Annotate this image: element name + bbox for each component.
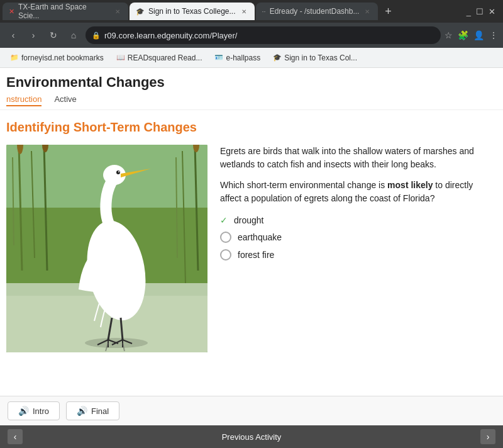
bookmark-folder-label: forneyisd.net bookmarks xyxy=(21,53,104,62)
svg-point-14 xyxy=(118,171,119,172)
main-content: Identifying Short-Term Changes xyxy=(0,110,503,352)
answer-forest-fire-label: forest fire xyxy=(238,250,274,260)
bookmarks-bar: 📁 forneyisd.net bookmarks 📖 READsquared … xyxy=(0,48,503,68)
window-minimize[interactable]: _ xyxy=(467,7,471,16)
radio-forest-fire[interactable] xyxy=(220,249,231,260)
tab-1-favicon: ✕ xyxy=(9,8,14,16)
url-actions: ☆ 🧩 👤 ⋮ xyxy=(445,30,498,40)
bookmark-texas-col-icon: 🎓 xyxy=(273,53,282,62)
window-controls: _ ☐ ✕ xyxy=(467,7,500,16)
answer-option-earthquake[interactable]: earthquake xyxy=(220,232,493,243)
question-prefix: Which short-term environmental change is xyxy=(220,180,387,190)
back-button[interactable]: ‹ xyxy=(5,27,21,43)
bookmark-texas-col-label: Sign in to Texas Col... xyxy=(284,53,357,62)
bookmark-folder-icon: 📁 xyxy=(10,53,19,62)
tab-2-label: Sign in to Texas College... xyxy=(148,7,236,16)
prev-activity-bar: ‹ Previous Activity › xyxy=(0,425,503,448)
intro-btn-label: Intro xyxy=(33,406,49,416)
svg-point-13 xyxy=(116,171,120,174)
question: Which short-term environmental change is… xyxy=(220,179,493,205)
url-text: r09.core.learn.edgenuity.com/Player/ xyxy=(104,31,237,40)
section-title: Identifying Short-Term Changes xyxy=(6,120,493,135)
svg-point-23 xyxy=(85,338,148,348)
page-content: Environmental Changes nstruction Active … xyxy=(0,68,503,352)
answer-earthquake-label: earthquake xyxy=(238,232,282,242)
bottom-nav: 🔊 Intro 🔊 Final ‹ Previous Activity › xyxy=(0,396,503,448)
bookmark-folder[interactable]: 📁 forneyisd.net bookmarks xyxy=(5,52,109,64)
extension-icon[interactable]: 🧩 xyxy=(458,30,468,40)
tab-active[interactable]: Active xyxy=(54,94,76,106)
tab-3-close[interactable]: ✕ xyxy=(363,7,372,16)
final-speaker-icon: 🔊 xyxy=(77,406,87,416)
answer-option-drought[interactable]: ✓ drought xyxy=(220,215,493,225)
reload-button[interactable]: ↻ xyxy=(45,27,62,43)
page-header: Environmental Changes nstruction Active xyxy=(0,68,503,110)
bookmark-readsquared-label: READsquared Read... xyxy=(128,53,202,62)
tab-bar: ✕ TX-Earth and Space Scie... ✕ 🎓 Sign in… xyxy=(0,0,503,23)
tab-2[interactable]: 🎓 Sign in to Texas College... ✕ xyxy=(130,3,255,20)
intro-speaker-icon: 🔊 xyxy=(18,406,29,416)
checkmark-icon: ✓ xyxy=(220,215,228,225)
tab-3-favicon: ·· xyxy=(262,8,266,15)
url-bar[interactable]: 🔒 r09.core.learn.edgenuity.com/Player/ xyxy=(86,26,441,44)
next-arrow[interactable]: › xyxy=(480,429,495,444)
window-maximize[interactable]: ☐ xyxy=(476,7,484,16)
home-button[interactable]: ⌂ xyxy=(65,27,82,43)
bookmark-readsquared[interactable]: 📖 READsquared Read... xyxy=(111,52,207,64)
question-bold: most likely xyxy=(387,180,433,190)
answer-options: ✓ drought earthquake forest fire xyxy=(220,215,493,260)
egret-image xyxy=(6,145,207,352)
browser-chrome: ✕ TX-Earth and Space Scie... ✕ 🎓 Sign in… xyxy=(0,0,503,68)
page-title: Environmental Changes xyxy=(6,74,503,91)
description: Egrets are birds that walk into the shal… xyxy=(220,145,493,171)
new-tab-button[interactable]: + xyxy=(379,3,397,20)
tab-1[interactable]: ✕ TX-Earth and Space Scie... ✕ xyxy=(3,3,128,20)
more-menu-icon[interactable]: ⋮ xyxy=(489,30,498,40)
tab-instruction[interactable]: nstruction xyxy=(6,94,41,106)
prev-activity-button[interactable]: Previous Activity xyxy=(222,432,282,442)
bookmarks-icon[interactable]: ☆ xyxy=(445,30,453,40)
prev-arrow[interactable]: ‹ xyxy=(8,429,23,444)
tab-1-label: TX-Earth and Space Scie... xyxy=(18,3,109,20)
tab-1-close[interactable]: ✕ xyxy=(113,7,122,16)
answer-drought-label: drought xyxy=(234,215,263,225)
intro-button[interactable]: 🔊 Intro xyxy=(8,401,60,420)
tab-2-favicon: 🎓 xyxy=(136,8,145,16)
tab-3[interactable]: ·· Edready - /studentDashb... ✕ xyxy=(256,3,379,20)
address-bar: ‹ › ↻ ⌂ 🔒 r09.core.learn.edgenuity.com/P… xyxy=(0,23,503,48)
window-close[interactable]: ✕ xyxy=(489,7,495,16)
bookmark-readsquared-icon: 📖 xyxy=(116,53,125,62)
prev-activity-label: Previous Activity xyxy=(222,432,282,442)
radio-earthquake[interactable] xyxy=(220,232,231,243)
ssl-lock-icon: 🔒 xyxy=(92,31,101,40)
page-tabs: nstruction Active xyxy=(6,94,503,106)
question-area: Egrets are birds that walk into the shal… xyxy=(6,145,493,352)
bookmark-texas-col[interactable]: 🎓 Sign in to Texas Col... xyxy=(268,52,362,64)
bottom-buttons: 🔊 Intro 🔊 Final xyxy=(0,396,503,425)
tab-2-close[interactable]: ✕ xyxy=(240,7,248,16)
forward-button[interactable]: › xyxy=(25,27,41,43)
profile-icon[interactable]: 👤 xyxy=(473,30,484,40)
final-btn-label: Final xyxy=(91,406,109,416)
tab-3-label: Edready - /studentDashb... xyxy=(270,7,360,16)
bookmark-ehallpass-icon: 🪪 xyxy=(214,53,223,62)
bookmark-ehallpass-label: e-hallpass xyxy=(226,53,260,62)
final-button[interactable]: 🔊 Final xyxy=(66,401,119,420)
answer-option-forest-fire[interactable]: forest fire xyxy=(220,249,493,260)
bookmark-ehallpass[interactable]: 🪪 e-hallpass xyxy=(209,52,265,64)
question-text: Egrets are birds that walk into the shal… xyxy=(220,145,493,260)
